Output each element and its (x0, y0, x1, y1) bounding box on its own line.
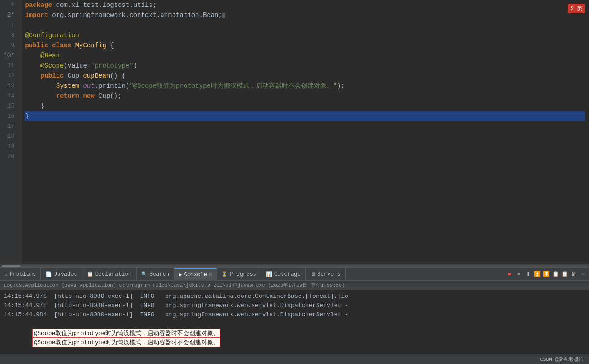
console-content-area: LogTestApplication [Java Application] C:… (0, 281, 589, 354)
console-header: LogTestApplication [Java Application] C:… (0, 281, 589, 290)
code-line-10: @Bean (25, 51, 585, 61)
code-content[interactable]: package com.xl.test.logtest.utils; impor… (21, 0, 589, 264)
scroll-thumb[interactable] (2, 265, 20, 267)
coverage-icon: 📊 (266, 271, 272, 277)
servers-icon: 🖥 (310, 271, 315, 277)
line-num-17: 17 (4, 121, 17, 131)
declaration-icon: 📋 (87, 271, 93, 277)
code-line-2: import org.springframework.context.annot… (25, 10, 585, 20)
javadoc-icon: 📄 (46, 271, 52, 277)
tab-progress-label: Progress (230, 271, 256, 278)
line-num-9: 9 (4, 40, 17, 51)
tab-servers-label: Servers (317, 271, 340, 278)
code-line-11: @Scope(value="prototype") (25, 61, 585, 71)
line-num-8: 8 (4, 30, 17, 40)
highlighted-output-2: @Scope取值为prototype时为懒汉模式，启动容器时不会创建对象。 (32, 338, 220, 347)
code-line-17 (25, 121, 585, 131)
code-line-18 (25, 131, 585, 142)
tab-coverage[interactable]: 📊 Coverage (261, 268, 306, 281)
line-numbers: 1 2* 7 8 9 10* 11 12 13 14 15 16 17 18 1… (0, 0, 21, 264)
highlighted-output-1: @Scope取值为prototype时为懒汉模式，启动容器时不会创建对象。 (32, 329, 220, 338)
editor-area: 1 2* 7 8 9 10* 11 12 13 14 15 16 17 18 1… (0, 0, 589, 264)
code-line-20 (25, 152, 585, 162)
code-line-13: System.out.println("@Scope取值为prototype时为… (25, 81, 585, 91)
line-num-16: 16 (4, 111, 17, 121)
line-num-14: 14 (4, 91, 17, 101)
code-line-1: package com.xl.test.logtest.utils; (25, 0, 585, 10)
console-line-1: 14:15:44.978 [http-nio-8080-exec-1] INFO… (4, 292, 585, 301)
watermark-text: CSDN @爱看老照片 (540, 356, 583, 363)
line-num-12: 12 (4, 71, 17, 81)
console-output[interactable]: 14:15:44.978 [http-nio-8080-exec-1] INFO… (0, 290, 589, 354)
tab-search[interactable]: 🔍 Search (137, 268, 174, 281)
search-icon: 🔍 (141, 271, 148, 277)
tab-javadoc[interactable]: 📄 Javadoc (41, 268, 82, 281)
code-line-16: } (25, 111, 585, 121)
console-line-4: @Scope取值为prototype时为懒汉模式，启动容器时不会创建对象。 2次 (4, 319, 585, 329)
tab-problems[interactable]: ⚠ Problems (0, 268, 41, 281)
code-line-9: public class MyConfig { (25, 40, 585, 51)
tab-console-label: Console (184, 272, 207, 278)
sogou-indicator: S 英 (568, 4, 585, 13)
editor-scrollbar[interactable] (0, 264, 589, 267)
tab-servers[interactable]: 🖥 Servers (306, 268, 345, 281)
wrap-button[interactable]: ↔ (579, 270, 587, 279)
line-num-2: 2* (4, 10, 17, 20)
tab-coverage-label: Coverage (274, 271, 301, 278)
scroll-track (2, 265, 587, 267)
console-icon: ▶ (179, 272, 182, 278)
console-line-2: 14:15:44.978 [http-nio-8080-exec-1] INFO… (4, 301, 585, 310)
scroll-bottom-button[interactable]: ⏬ (542, 270, 550, 279)
line-num-10: 10* (4, 51, 17, 61)
bottom-status: CSDN @爱看老照片 (0, 354, 589, 364)
paste-button[interactable]: 📋 (560, 270, 569, 279)
line-num-18: 18 (4, 131, 17, 142)
problems-icon: ⚠ (5, 271, 8, 277)
tab-progress[interactable]: ⏳ Progress (217, 268, 261, 281)
code-line-7 (25, 20, 585, 30)
code-line-15: } (25, 101, 585, 111)
line-num-1: 1 (4, 0, 17, 10)
tab-console[interactable]: ▶ Console ⊠ (174, 268, 217, 281)
tab-declaration-label: Declaration (95, 271, 132, 278)
console-line-3: 14:15:44.984 [http-nio-8080-exec-1] INFO… (4, 310, 585, 319)
tab-search-label: Search (150, 271, 169, 278)
tab-bar: ⚠ Problems 📄 Javadoc 📋 Declaration 🔍 Sea… (0, 268, 589, 281)
code-container: 1 2* 7 8 9 10* 11 12 13 14 15 16 17 18 1… (0, 0, 589, 264)
copy-button[interactable]: 📋 (551, 270, 560, 279)
tab-declaration[interactable]: 📋 Declaration (82, 268, 137, 281)
line-num-20: 20 (4, 152, 17, 162)
line-num-19: 19 (4, 142, 17, 152)
line-num-11: 11 (4, 61, 17, 71)
scroll-top-button[interactable]: ⏫ (533, 270, 541, 279)
code-line-8: @Configuration (25, 30, 585, 40)
tab-javadoc-label: Javadoc (54, 271, 77, 278)
pause-button[interactable]: ⏸ (524, 270, 532, 279)
clear-button[interactable]: 🗑 (570, 270, 578, 279)
line-num-15: 15 (4, 101, 17, 111)
tab-problems-label: Problems (10, 271, 36, 278)
close-console-button[interactable]: ✕ (514, 270, 523, 279)
code-line-19 (25, 142, 585, 152)
line-num-13: 13 (4, 81, 17, 91)
line-num-7: 7 (4, 20, 17, 30)
bottom-panel: ⚠ Problems 📄 Javadoc 📋 Declaration 🔍 Sea… (0, 267, 589, 364)
code-line-14: return new Cup(); (25, 91, 585, 101)
progress-icon: ⏳ (221, 271, 228, 277)
code-line-12: public Cup cupBean() { (25, 71, 585, 81)
console-id: ⊠ (209, 272, 212, 278)
console-header-text: LogTestApplication [Java Application] C:… (4, 282, 345, 289)
stop-button[interactable]: ■ (505, 270, 514, 279)
console-toolbar: ■ ✕ ⏸ ⏫ ⏬ 📋 📋 🗑 ↔ (505, 270, 589, 279)
